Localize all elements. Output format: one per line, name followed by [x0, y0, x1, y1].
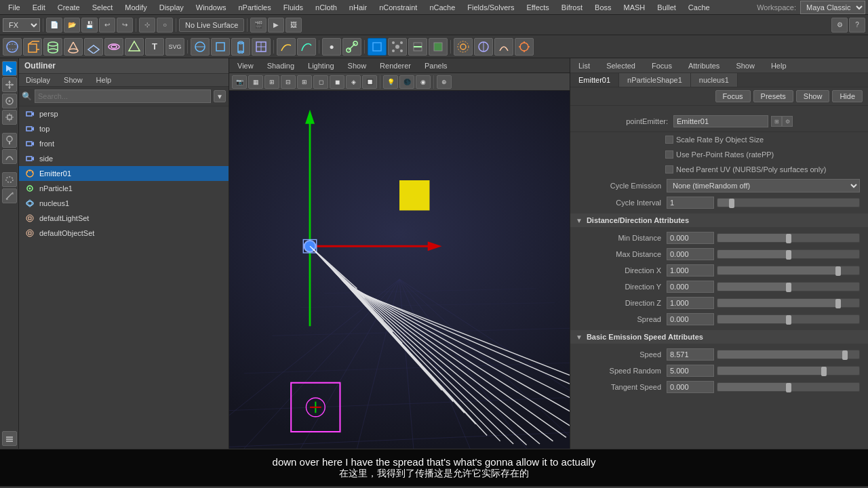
outliner-item-defaultobjectset[interactable]: defaultObjectSet [19, 226, 229, 241]
max-distance-input[interactable] [667, 248, 714, 260]
menu-ncloth[interactable]: nCloth [310, 2, 342, 13]
menu-windows[interactable]: Windows [191, 2, 232, 13]
outliner-item-front[interactable]: front [19, 136, 229, 151]
tangent-speed-input[interactable] [667, 381, 714, 393]
torus-tool[interactable] [104, 38, 123, 56]
plane-tool[interactable] [84, 38, 103, 56]
show-btn[interactable]: Show [796, 90, 830, 102]
prism-tool[interactable] [125, 38, 144, 56]
menu-select[interactable]: Select [87, 2, 119, 13]
cycle-interval-input[interactable] [667, 197, 714, 209]
scale-tool-btn[interactable] [2, 110, 17, 125]
menu-edit[interactable]: Edit [27, 2, 51, 13]
max-distance-slider[interactable] [717, 249, 860, 259]
menu-ncache[interactable]: nCache [424, 2, 460, 13]
menu-fluids[interactable]: Fluids [278, 2, 309, 13]
select-btn[interactable]: ⊹ [139, 18, 155, 33]
nurbs-sphere-tool[interactable] [191, 38, 210, 56]
min-distance-slider[interactable] [717, 233, 860, 243]
cv-curve-tool[interactable] [277, 38, 296, 56]
lasso-tool-btn[interactable] [2, 172, 17, 187]
direction-z-input[interactable] [667, 297, 714, 309]
attr-show-btn[interactable]: Show [730, 60, 760, 71]
attr-list-btn[interactable]: List [573, 60, 595, 71]
spread-input[interactable] [667, 313, 714, 325]
vp-grid-btn[interactable]: ⊞ [297, 75, 312, 89]
symmetry-btn[interactable] [474, 38, 493, 56]
measure-tool-btn[interactable] [2, 188, 17, 203]
vp-resolution-btn[interactable]: ⊞ [264, 75, 279, 89]
per-point-checkbox[interactable] [665, 150, 673, 159]
vp-default-material-btn[interactable]: ◈ [346, 75, 361, 89]
hide-btn[interactable]: Hide [832, 90, 863, 102]
nurbs-cylinder-tool[interactable] [231, 38, 250, 56]
sculpt-tool-btn[interactable] [2, 149, 17, 164]
speed-input[interactable] [667, 348, 714, 361]
no-live-surface-btn[interactable]: No Live Surface [179, 18, 244, 32]
text-tool[interactable]: T [145, 38, 164, 56]
attr-selected-btn[interactable]: Selected [601, 60, 641, 71]
outliner-item-top[interactable]: top [19, 121, 229, 136]
open-file-btn[interactable]: 📂 [64, 18, 80, 33]
vp-textured-btn[interactable]: 🔲 [362, 75, 377, 89]
vp-camera-btn[interactable]: 📷 [232, 75, 247, 89]
render-settings-btn[interactable]: 🎬 [250, 18, 267, 33]
vp-renderer-menu[interactable]: Renderer [374, 60, 416, 71]
save-btn[interactable]: 💾 [81, 18, 98, 33]
render-frame-btn[interactable]: 🖼 [285, 18, 302, 33]
vp-lights-btn[interactable]: 💡 [383, 75, 398, 89]
attr-tab-nucleus1[interactable]: nucleus1 [691, 73, 738, 87]
rotate-tool-btn[interactable] [2, 94, 17, 108]
direction-x-input[interactable] [667, 264, 714, 277]
outliner-item-nucleus1[interactable]: nucleus1 [19, 196, 229, 211]
speed-random-slider[interactable] [717, 366, 860, 375]
vp-shadows-btn[interactable]: 🌑 [399, 75, 414, 89]
svg-tool[interactable]: SVG [165, 38, 184, 56]
ep-curve-tool[interactable] [297, 38, 316, 56]
workspace-select[interactable]: Maya Classic [800, 1, 865, 14]
focus-btn[interactable]: Focus [715, 90, 751, 102]
emission-speed-section[interactable]: ▼ Basic Emission Speed Attributes [570, 330, 868, 344]
move-tool-btn[interactable] [2, 77, 17, 92]
cycle-emission-select[interactable]: None (timeRandom off) [667, 179, 860, 192]
attr-tab-nparticleshape1[interactable]: nParticleShape1 [619, 73, 691, 87]
joint-tool[interactable]: ● [322, 38, 341, 56]
point-emitter-input[interactable] [673, 115, 768, 127]
vp-safetitle-btn[interactable]: ⊟ [281, 75, 296, 89]
new-file-btn[interactable]: 📄 [46, 18, 62, 33]
menu-bifrost[interactable]: Bifrost [556, 2, 588, 13]
cylinder-tool[interactable] [43, 38, 62, 56]
presets-btn[interactable]: Presets [753, 90, 793, 102]
soft-select-btn[interactable] [454, 38, 473, 56]
select-edge-btn[interactable] [408, 38, 427, 56]
point-emitter-expand-btn[interactable]: ⊞ [771, 116, 782, 127]
outliner-item-defaultlightset[interactable]: defaultLightSet [19, 211, 229, 226]
scale-rate-checkbox[interactable] [665, 136, 673, 144]
vp-filmgate-btn[interactable]: ▦ [248, 75, 263, 89]
speed-random-input[interactable] [667, 365, 714, 377]
vp-isolate-btn[interactable]: ⊕ [437, 75, 452, 89]
paint-tool-btn[interactable] [2, 133, 17, 148]
outliner-filter-btn[interactable]: ▼ [214, 90, 226, 102]
min-distance-input[interactable] [667, 232, 714, 244]
menu-nconstraint[interactable]: nConstraint [374, 2, 422, 13]
outliner-show-menu[interactable]: Show [57, 74, 90, 86]
redo-btn[interactable]: ↪ [117, 18, 133, 33]
ipr-render-btn[interactable]: ▶ [268, 18, 284, 33]
viewport-canvas[interactable] [229, 91, 570, 449]
menu-effects[interactable]: Effects [521, 2, 554, 13]
outliner-help-menu[interactable]: Help [90, 74, 119, 86]
sphere-tool[interactable] [3, 38, 22, 56]
vp-view-menu[interactable]: View [232, 60, 259, 71]
vp-ao-btn[interactable]: ◉ [416, 75, 431, 89]
attr-tab-emitter01[interactable]: Emitter01 [570, 73, 619, 87]
select-tool-btn[interactable] [2, 61, 17, 76]
direction-x-slider[interactable] [717, 266, 860, 275]
outliner-item-persp[interactable]: persp [19, 106, 229, 121]
outliner-item-nparticle1[interactable]: nParticle1 [19, 181, 229, 196]
lattice-tool[interactable] [252, 38, 271, 56]
mode-select[interactable]: FX [3, 18, 40, 32]
attr-focus-header-btn[interactable]: Focus [646, 60, 677, 71]
snap-btn[interactable] [515, 38, 534, 56]
menu-fields-solvers[interactable]: Fields/Solvers [462, 2, 519, 13]
